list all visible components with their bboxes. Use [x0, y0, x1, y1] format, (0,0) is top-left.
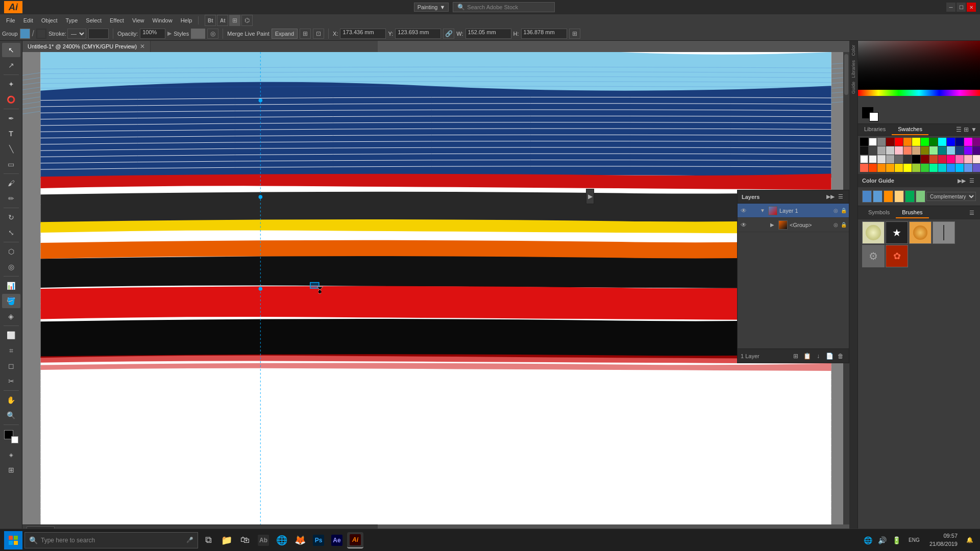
swatch-black-3[interactable]: [912, 155, 920, 163]
color-mode-buttons[interactable]: ◈: [2, 447, 20, 462]
swatch-navy[interactable]: [955, 146, 964, 155]
align-icon[interactable]: ⊞: [569, 29, 580, 39]
swatch-white-2[interactable]: [860, 155, 868, 163]
swatch-salmon[interactable]: [903, 146, 912, 155]
menu-type[interactable]: Type: [62, 14, 82, 27]
swatch-gray[interactable]: [877, 138, 886, 146]
layer-group-target-icon[interactable]: ◎: [832, 222, 839, 228]
swatch-orange-2[interactable]: [886, 164, 894, 172]
lasso-tool-button[interactable]: ⭕: [2, 92, 20, 107]
styles-swatch[interactable]: [191, 29, 205, 39]
opacity-input[interactable]: 100%: [140, 29, 165, 39]
cg-swatch-4[interactable]: [894, 190, 904, 203]
swatch-lt-green[interactable]: [929, 146, 938, 155]
swatch-red[interactable]: [895, 138, 903, 146]
menu-view[interactable]: View: [128, 14, 149, 27]
perspective-icon[interactable]: ⌬: [241, 15, 253, 26]
swatch-black[interactable]: [860, 138, 868, 146]
layer-group-expand-icon[interactable]: ▶: [770, 222, 776, 228]
swatches-tab[interactable]: Swatches: [892, 124, 928, 135]
swatch-orange[interactable]: [903, 138, 912, 146]
swatch-brick[interactable]: [929, 155, 938, 163]
swatch-lt-gray[interactable]: [886, 146, 894, 155]
language-button[interactable]: ENG: [905, 532, 923, 548]
live-paint-bucket-button[interactable]: 🪣: [2, 294, 20, 308]
store-button[interactable]: 🛍: [237, 532, 253, 548]
swatch-magenta[interactable]: [964, 138, 972, 146]
type-tool-button[interactable]: T: [2, 127, 20, 141]
swatches-menu-icon[interactable]: ▼: [971, 126, 977, 133]
new-layer-button[interactable]: 📄: [824, 351, 835, 361]
layer-row-1[interactable]: 👁 ▼ Layer 1 ◎ 🔒: [738, 204, 849, 218]
menu-help[interactable]: Help: [177, 14, 197, 27]
menu-effect[interactable]: Effect: [106, 14, 128, 27]
swatch-lt-pink[interactable]: [964, 155, 972, 163]
make-clip-button[interactable]: ⊞: [791, 351, 801, 361]
brushes-tab[interactable]: Brushes: [896, 207, 928, 218]
selection-tool-button[interactable]: ↖: [2, 43, 20, 57]
swatch-blue[interactable]: [947, 138, 955, 146]
cg-swatch-2[interactable]: [873, 190, 883, 203]
swatch-black-2[interactable]: [860, 146, 868, 155]
network-icon[interactable]: 🌐: [862, 532, 874, 548]
swatch-yellow[interactable]: [912, 138, 920, 146]
swatch-offwhite[interactable]: [869, 155, 877, 163]
symbol-sprayer-button[interactable]: ◎: [2, 260, 20, 274]
panel-collapse-icon-1[interactable]: Color: [851, 45, 856, 56]
blend-tool-button[interactable]: ⬡: [2, 244, 20, 259]
bitmap-mode-icon[interactable]: Bt: [205, 15, 216, 26]
swatch-spring[interactable]: [929, 164, 938, 172]
layers-menu-icon[interactable]: ☰: [837, 193, 845, 201]
layer-group-lock-icon[interactable]: [750, 221, 758, 229]
swatch-lime[interactable]: [921, 164, 929, 172]
layer-1-lock-icon[interactable]: [750, 207, 758, 215]
firefox-button[interactable]: 🦊: [292, 532, 308, 548]
swatch-misty[interactable]: [973, 155, 980, 163]
move-selection-button[interactable]: ↓: [813, 351, 823, 361]
swatch-pink[interactable]: [895, 146, 903, 155]
swatch-violet[interactable]: [964, 146, 972, 155]
swatch-rose[interactable]: [947, 155, 955, 163]
zoom-tool-button[interactable]: 🔍: [2, 408, 20, 422]
color-guide-menu-icon[interactable]: ☰: [968, 177, 976, 185]
swatch-sky[interactable]: [947, 146, 955, 155]
stroke-color-swatch[interactable]: [36, 29, 46, 39]
symbols-tab[interactable]: Symbols: [862, 207, 896, 218]
swatch-hot-pink[interactable]: [955, 155, 964, 163]
rotate-tool-button[interactable]: ↻: [2, 210, 20, 224]
maximize-button[interactable]: ☐: [957, 3, 966, 12]
swatch-turquoise[interactable]: [938, 164, 946, 172]
start-button[interactable]: [4, 531, 22, 549]
symbol-6[interactable]: ✿: [886, 245, 908, 267]
taskbar-mic-icon[interactable]: 🎤: [186, 537, 193, 543]
close-button[interactable]: ✕: [967, 3, 976, 12]
vertical-scroll-thumb[interactable]: [844, 54, 848, 95]
canvas-area[interactable]: [22, 52, 849, 524]
layer-group-visibility-icon[interactable]: 👁: [740, 221, 748, 229]
illustrator-taskbar-button[interactable]: Ai: [347, 532, 363, 548]
artboard-tool-button[interactable]: ⬜: [2, 328, 20, 342]
constrain-icon[interactable]: 🔗: [443, 29, 454, 39]
swatch-tan[interactable]: [912, 146, 920, 155]
color-guide-harmony-selector[interactable]: Complementary: [926, 192, 976, 201]
workspace-selector[interactable]: Painting ▼: [414, 3, 449, 12]
pen-tool-button[interactable]: ✒: [2, 111, 20, 126]
column-graph-button[interactable]: 📊: [2, 279, 20, 293]
minimize-button[interactable]: ─: [946, 3, 955, 12]
artboard-icon[interactable]: At: [217, 15, 228, 26]
menu-file[interactable]: File: [2, 14, 19, 27]
swatch-lt-gray-2[interactable]: [877, 155, 886, 163]
layer-1-expand-icon[interactable]: ▼: [760, 208, 766, 213]
swatch-dark-gray[interactable]: [869, 146, 877, 155]
h-input[interactable]: 136.878 mm: [521, 29, 567, 39]
swatch-green[interactable]: [921, 138, 929, 146]
swatch-teal[interactable]: [938, 146, 946, 155]
swatch-cyan[interactable]: [938, 138, 946, 146]
swatch-dodger[interactable]: [947, 164, 955, 172]
screen-mode-button[interactable]: ⊞: [2, 463, 20, 477]
swatches-grid-view-icon[interactable]: ⊞: [964, 126, 969, 133]
stroke-swatch[interactable]: [11, 436, 18, 443]
swatch-dk-gray-2[interactable]: [895, 155, 903, 163]
hand-tool-button[interactable]: ✋: [2, 393, 20, 407]
color-guide-expand-icon[interactable]: ▶▶: [958, 177, 966, 185]
